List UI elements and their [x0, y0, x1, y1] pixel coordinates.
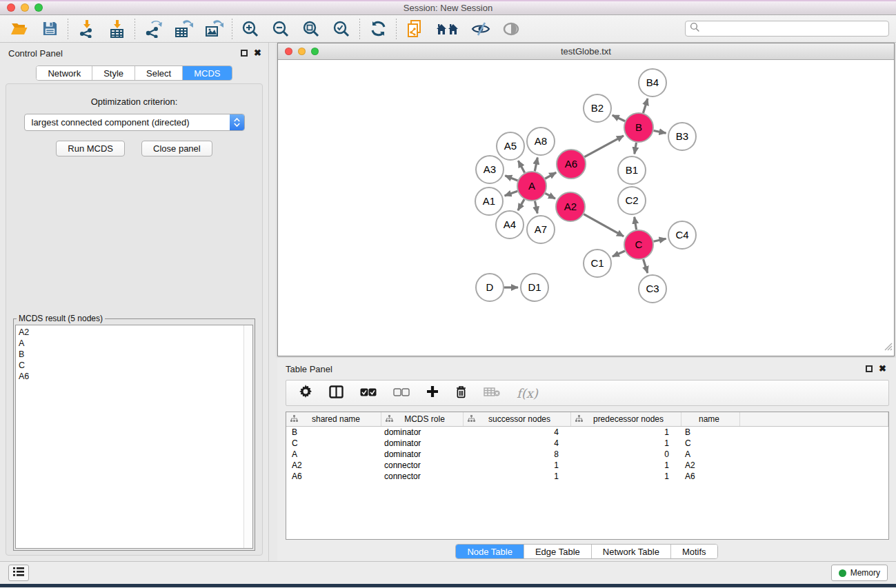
control-panel: Control Panel ✖ NetworkStyleSelectMCDS O… [0, 43, 269, 561]
graph-edge-A-A1[interactable] [505, 191, 518, 196]
table-row[interactable]: Cdominator41C [286, 438, 888, 449]
hide-details-button[interactable] [471, 19, 490, 39]
graph-edge-A-A6[interactable] [545, 172, 556, 179]
mcds-tab-content: Optimization criterion: largest connecte… [6, 83, 263, 556]
tab-mcds[interactable]: MCDS [183, 66, 231, 80]
task-history-button[interactable] [8, 565, 29, 581]
graph-edge-A-A2[interactable] [545, 193, 555, 199]
mcds-result-list[interactable]: A2ABCA6 [15, 325, 253, 549]
tab-network[interactable]: Network [37, 66, 92, 80]
table-cell: A6 [681, 471, 740, 482]
zoom-in-button[interactable] [241, 19, 260, 39]
tab-style[interactable]: Style [92, 66, 135, 80]
resize-grip-icon[interactable] [883, 341, 893, 354]
window-controls[interactable] [7, 3, 43, 12]
result-item[interactable]: C [19, 360, 252, 371]
network-close-button[interactable] [285, 48, 292, 55]
graph-node-label-A5: A5 [504, 140, 517, 152]
column-header-name[interactable]: name [681, 412, 740, 426]
column-header-shared-name[interactable]: shared name [286, 412, 381, 426]
export-network-button[interactable] [143, 19, 163, 39]
table-panel: Table Panel ✖ f(x) shared nameMCDS roles… [277, 358, 896, 561]
search-field[interactable] [685, 21, 889, 37]
close-window-button[interactable] [7, 3, 15, 12]
column-header-successor-nodes[interactable]: successor nodes [464, 412, 571, 426]
open-file-button[interactable] [10, 19, 29, 39]
table-settings-button[interactable] [299, 385, 312, 401]
table-row[interactable]: Bdominator41B [286, 427, 888, 438]
search-input[interactable] [700, 24, 884, 34]
tab-select[interactable]: Select [135, 66, 183, 80]
export-image-button[interactable] [204, 19, 223, 39]
split-view-button[interactable] [329, 385, 344, 401]
table-cell: A [286, 449, 381, 460]
network-zoom-button[interactable] [311, 48, 319, 55]
graph-edge-C-C4[interactable] [653, 239, 666, 241]
graph-edge-A6-B[interactable] [584, 136, 624, 157]
save-session-button[interactable] [40, 19, 59, 39]
graph-edge-B-B2[interactable] [613, 115, 625, 121]
export-table-button[interactable] [174, 19, 193, 39]
table-tab-motifs[interactable]: Motifs [671, 545, 717, 558]
clone-network-button[interactable] [405, 19, 424, 39]
task-list-icon [13, 567, 24, 579]
criterion-dropdown[interactable]: largest connected component (directed) [24, 114, 245, 131]
select-all-button[interactable] [360, 387, 377, 399]
delete-column-button[interactable] [455, 385, 467, 401]
unchecked-boxes-icon [393, 387, 410, 399]
memory-button[interactable]: Memory [831, 565, 888, 581]
table-row[interactable]: Adominator80A [286, 449, 888, 460]
table-tab-edge-table[interactable]: Edge Table [524, 545, 592, 558]
network-minimize-button[interactable] [298, 48, 306, 55]
graph-edge-A-A5[interactable] [518, 161, 524, 172]
table-row[interactable]: A2connector11A2 [286, 460, 888, 471]
result-item[interactable]: A [19, 338, 252, 349]
float-panel-icon[interactable] [241, 50, 248, 57]
zoom-in-icon [241, 20, 259, 38]
graph-edge-A-A7[interactable] [535, 201, 537, 214]
refresh-button[interactable] [368, 19, 388, 39]
graph-edge-B-B1[interactable] [635, 143, 637, 154]
graph-edge-A-A4[interactable] [518, 199, 524, 210]
delete-table-button[interactable] [484, 387, 500, 400]
table-cell: 1 [571, 460, 681, 471]
function-builder-button[interactable]: f(x) [517, 386, 538, 401]
graph-edge-C-C1[interactable] [613, 251, 625, 256]
result-item[interactable]: A6 [19, 371, 252, 382]
graph-edge-A-A8[interactable] [535, 158, 537, 172]
zoom-selected-button[interactable] [332, 19, 351, 39]
table-panel-title: Table Panel [286, 364, 332, 374]
result-item[interactable]: B [19, 349, 252, 360]
close-panel-icon[interactable]: ✖ [254, 50, 261, 57]
graph-edge-A2-C[interactable] [584, 214, 624, 236]
column-header-MCDS-role[interactable]: MCDS role [381, 412, 464, 426]
graph-edge-B-B4[interactable] [643, 99, 647, 113]
add-column-button[interactable] [426, 385, 439, 401]
zoom-fit-button[interactable] [301, 19, 321, 39]
graph-node-label-B3: B3 [676, 130, 688, 142]
minimize-window-button[interactable] [21, 3, 29, 12]
graph-edge-B-B3[interactable] [654, 130, 666, 133]
table-close-icon[interactable]: ✖ [879, 365, 886, 372]
table-tab-node-table[interactable]: Node Table [456, 545, 524, 558]
column-header-predecessor-nodes[interactable]: predecessor nodes [571, 412, 681, 426]
show-graphics-button[interactable] [501, 19, 521, 39]
result-item[interactable]: A2 [19, 327, 252, 338]
deselect-all-button[interactable] [393, 387, 410, 399]
run-mcds-button[interactable]: Run MCDS [56, 141, 125, 156]
graph-edge-C-C3[interactable] [644, 259, 648, 273]
home-button[interactable] [435, 19, 460, 39]
table-cell: 1 [571, 438, 681, 449]
zoom-out-button[interactable] [271, 19, 290, 39]
table-float-icon[interactable] [866, 365, 873, 372]
table-row[interactable]: A6connector11A6 [286, 471, 888, 482]
import-network-button[interactable] [77, 19, 96, 39]
network-canvas[interactable]: B4B2BB3B1A6A5A8A3AA1A2C2A4A7C4CC1C3DD1 [278, 60, 894, 355]
graph-edge-C-C2[interactable] [635, 217, 637, 230]
close-panel-button[interactable]: Close panel [141, 141, 212, 156]
result-list-scrollbar[interactable] [243, 325, 252, 548]
graph-edge-A-A3[interactable] [505, 176, 517, 181]
import-table-button[interactable] [107, 19, 126, 39]
table-tab-network-table[interactable]: Network Table [592, 545, 671, 558]
zoom-window-button[interactable] [34, 3, 43, 12]
